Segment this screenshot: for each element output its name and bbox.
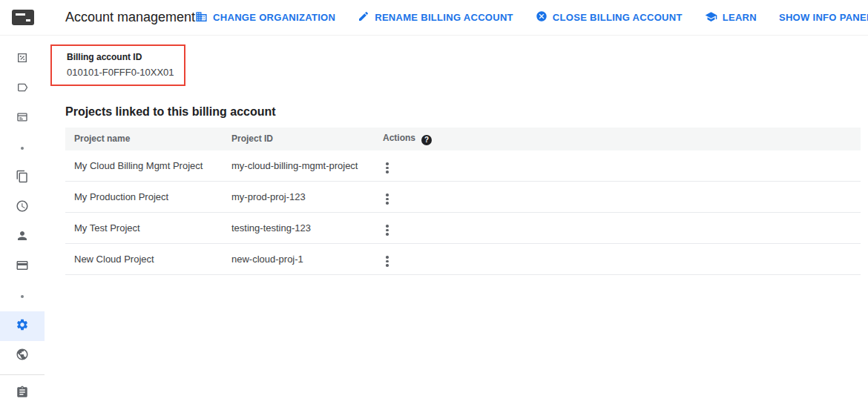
- column-actions: Actions?: [374, 128, 861, 150]
- row-actions-menu-button[interactable]: [383, 161, 392, 175]
- close-circle-icon: [536, 10, 548, 24]
- close-billing-account-label: CLOSE BILLING ACCOUNT: [553, 12, 683, 23]
- rename-pencil-icon: [358, 10, 369, 24]
- sidebar-item-transactions[interactable]: [0, 193, 45, 222]
- main-content: Billing account ID 010101-F0FFF0-10XX01 …: [45, 36, 868, 275]
- sidebar-item-manage-accounts[interactable]: [0, 379, 45, 407]
- export-globe-icon: [16, 348, 29, 364]
- sidebar-item-reports[interactable]: [0, 44, 45, 74]
- table-header-row: Project name Project ID Actions?: [65, 128, 861, 150]
- settings-gear-icon: [16, 318, 29, 334]
- page-title: Account management: [65, 10, 195, 25]
- billing-account-id-highlight: Billing account ID 010101-F0FFF0-10XX01: [50, 44, 185, 86]
- sidebar-item-overflow-1[interactable]: [0, 133, 45, 163]
- pricing-tag-icon: [16, 81, 29, 97]
- documents-copy-icon: [16, 170, 29, 186]
- console-logo: [12, 10, 34, 25]
- project-id-cell: my-prod-proj-123: [223, 181, 374, 212]
- sidebar-item-pricing[interactable]: [0, 74, 45, 104]
- top-header: Account management CHANGE ORGANIZATION R…: [0, 0, 868, 36]
- sidebar-item-overflow-2[interactable]: [0, 282, 45, 311]
- learn-label: LEARN: [723, 12, 757, 23]
- linked-projects-table: Project name Project ID Actions? My Clou…: [65, 128, 861, 275]
- column-project-id: Project ID: [223, 128, 374, 150]
- sidebar-item-billing-export[interactable]: [0, 341, 45, 371]
- show-info-panel-button[interactable]: SHOW INFO PANEL: [779, 12, 868, 23]
- actions-help-icon[interactable]: ?: [421, 135, 432, 145]
- project-id-cell: my-cloud-billing-mgmt-project: [223, 150, 374, 182]
- learn-school-icon: [705, 10, 717, 25]
- sidebar-item-payment-method[interactable]: [0, 252, 45, 282]
- assignment-icon: [16, 386, 29, 402]
- rename-billing-account-label: RENAME BILLING ACCOUNT: [375, 12, 513, 23]
- project-name-cell: My Test Project: [65, 212, 223, 243]
- sidebar-item-account-management[interactable]: [0, 311, 45, 341]
- table-row: My Production Project my-prod-proj-123: [65, 181, 861, 212]
- table-row: My Test Project testing-testing-123: [65, 212, 861, 243]
- project-name-cell: My Production Project: [65, 181, 223, 212]
- sidebar-item-documents[interactable]: [0, 163, 45, 193]
- billing-nav-sidebar: [0, 36, 45, 407]
- billing-account-id-label: Billing account ID: [67, 52, 174, 62]
- overflow-dot-icon: [21, 147, 24, 150]
- row-actions-menu-button[interactable]: [383, 192, 392, 206]
- account-person-icon: [16, 229, 29, 245]
- sidebar-item-account[interactable]: [0, 222, 45, 252]
- overflow-dot-icon: [21, 295, 24, 298]
- sidebar-item-cost-table[interactable]: [0, 104, 45, 133]
- column-actions-label: Actions: [383, 133, 415, 143]
- row-actions-menu-button[interactable]: [383, 254, 392, 268]
- billing-account-id-value: 010101-F0FFF0-10XX01: [67, 67, 174, 78]
- project-name-cell: New Cloud Project: [65, 243, 223, 274]
- project-id-cell: testing-testing-123: [223, 212, 374, 243]
- organization-grid-icon: [195, 10, 208, 25]
- transactions-clock-icon: [16, 199, 29, 216]
- column-project-name: Project name: [65, 128, 223, 150]
- projects-section-heading: Projects linked to this billing account: [65, 105, 861, 119]
- payment-card-icon: [16, 259, 29, 275]
- project-name-cell: My Cloud Billing Mgmt Project: [65, 150, 223, 182]
- sidebar-divider: [0, 374, 45, 375]
- change-organization-button[interactable]: CHANGE ORGANIZATION: [195, 10, 335, 25]
- change-organization-label: CHANGE ORGANIZATION: [213, 12, 335, 23]
- table-row: My Cloud Billing Mgmt Project my-cloud-b…: [65, 150, 861, 182]
- learn-button[interactable]: LEARN: [705, 10, 757, 25]
- project-id-cell: new-cloud-proj-1: [223, 243, 374, 274]
- close-billing-account-button[interactable]: CLOSE BILLING ACCOUNT: [536, 10, 683, 24]
- row-actions-menu-button[interactable]: [383, 223, 392, 237]
- table-row: New Cloud Project new-cloud-proj-1: [65, 243, 861, 274]
- reports-percent-icon: [16, 51, 29, 67]
- rename-billing-account-button[interactable]: RENAME BILLING ACCOUNT: [358, 10, 513, 24]
- cost-table-icon: [16, 110, 29, 127]
- header-actions: CHANGE ORGANIZATION RENAME BILLING ACCOU…: [195, 10, 868, 25]
